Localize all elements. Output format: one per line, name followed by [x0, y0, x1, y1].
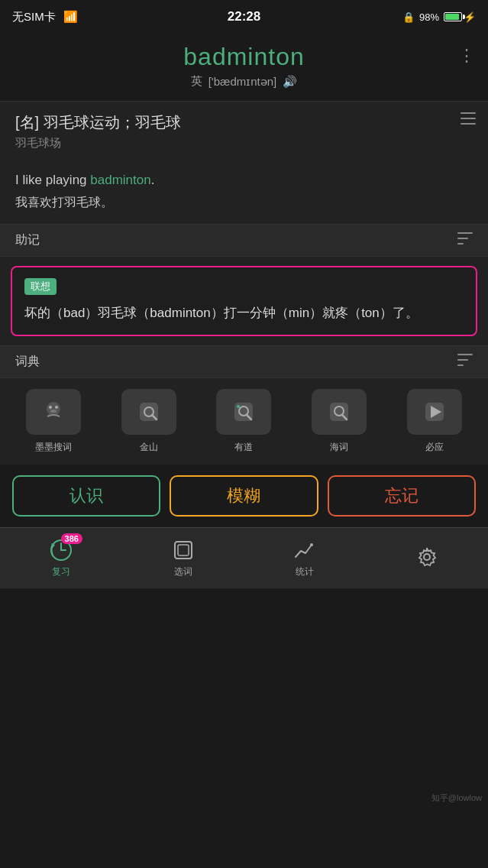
dict-grid: 墨墨搜词 金山 有道	[9, 389, 479, 454]
svg-point-11	[55, 406, 58, 409]
stats-label: 统计	[296, 565, 314, 578]
dictionary-section-header: 词典	[0, 345, 488, 378]
definition-menu-icon[interactable]	[461, 112, 476, 128]
action-buttons: 认识 模糊 忘记	[0, 465, 488, 527]
fuzzy-button[interactable]: 模糊	[170, 475, 318, 517]
svg-rect-6	[457, 354, 473, 355]
svg-rect-4	[457, 238, 468, 239]
dict-item-momo[interactable]: 墨墨搜词	[9, 389, 99, 454]
settings-icon	[415, 545, 439, 569]
dict-item-haici[interactable]: 海词	[295, 389, 384, 454]
nav-item-stats[interactable]: 统计	[244, 538, 367, 578]
dict-label-youdao: 有道	[234, 441, 253, 454]
dictionary-filter-icon[interactable]	[457, 354, 473, 370]
definition-section: [名] 羽毛球运动；羽毛球 羽毛球场	[0, 102, 488, 161]
dict-item-jinshan[interactable]: 金山	[105, 389, 194, 454]
mnemonic-filter-icon[interactable]	[457, 232, 473, 248]
stats-icon	[292, 538, 317, 562]
battery-area: 🔒 98% ⚡	[402, 11, 476, 23]
phonetic-label: 英	[191, 74, 202, 89]
battery-icon: ⚡	[444, 11, 476, 23]
word-menu-icon[interactable]: ⋮	[458, 46, 476, 66]
mnemonic-title: 助记	[15, 232, 40, 248]
svg-rect-1	[461, 118, 476, 119]
nav-item-selectword[interactable]: 选词	[122, 538, 244, 578]
example-section: I like playing badminton. 我喜欢打羽毛球。	[0, 161, 488, 224]
dictionary-title: 词典	[15, 354, 40, 370]
time-label: 22:28	[228, 9, 260, 24]
svg-point-9	[47, 402, 60, 416]
phonetic-text: ['bædmɪntən]	[208, 75, 277, 89]
recognize-button[interactable]: 认识	[12, 475, 160, 517]
word-phonetic: 英 ['bædmɪntən] 🔊	[15, 74, 473, 89]
dict-item-bing[interactable]: 必应	[389, 389, 479, 454]
example-cn: 我喜欢打羽毛球。	[15, 193, 473, 212]
selectword-label: 选词	[174, 565, 192, 578]
dict-icon-jinshan	[121, 389, 176, 435]
review-badge: 386	[61, 533, 82, 544]
svg-rect-3	[457, 232, 473, 234]
svg-point-10	[49, 406, 52, 409]
example-en-highlight: badminton	[90, 173, 150, 187]
sound-icon[interactable]: 🔊	[283, 75, 297, 89]
dict-label-jinshan: 金山	[140, 441, 158, 454]
svg-rect-8	[457, 364, 464, 366]
example-en-after: .	[151, 173, 155, 187]
dict-icon-youdao	[216, 389, 271, 435]
example-en-before: I like playing	[15, 173, 90, 187]
mnemonic-text: 坏的（bad）羽毛球（badminton）打一分钟（min）就疼（ton）了。	[24, 303, 464, 325]
definition-sub: 羽毛球场	[15, 136, 473, 151]
watermark: 知乎@lowlow	[431, 792, 482, 804]
lock-icon: 🔒	[402, 11, 415, 23]
svg-point-32	[424, 554, 430, 560]
dict-label-momo: 墨墨搜词	[35, 441, 72, 454]
dict-item-youdao[interactable]: 有道	[199, 389, 289, 454]
dict-icon-momo	[26, 389, 81, 435]
svg-point-12	[50, 410, 57, 413]
dict-icon-haici	[312, 389, 367, 435]
review-icon: 386	[49, 538, 73, 562]
dict-label-bing: 必应	[425, 441, 444, 454]
battery-pct: 98%	[419, 11, 439, 23]
svg-rect-30	[178, 545, 189, 555]
definition-text: [名] 羽毛球运动；羽毛球	[15, 112, 473, 133]
mnemonic-tag: 联想	[24, 278, 57, 295]
dict-icon-bing	[407, 389, 462, 435]
nav-item-settings[interactable]	[366, 545, 488, 572]
dictionary-section: 墨墨搜词 金山 有道	[0, 378, 488, 465]
review-label: 复习	[52, 565, 70, 578]
selectword-icon	[171, 538, 196, 562]
forget-button[interactable]: 忘记	[328, 475, 476, 517]
bottom-nav: 386 复习 选词 统计	[0, 527, 488, 588]
svg-rect-2	[461, 123, 476, 125]
svg-rect-5	[457, 243, 464, 245]
word-title: badminton	[15, 43, 473, 71]
mnemonic-section-header: 助记	[0, 224, 488, 257]
mnemonic-card: 联想 坏的（bad）羽毛球（badminton）打一分钟（min）就疼（ton）…	[11, 266, 477, 337]
status-bar: 无SIM卡 📶 22:28 🔒 98% ⚡	[0, 0, 488, 34]
dict-label-haici: 海词	[330, 441, 348, 454]
svg-point-19	[237, 405, 240, 408]
carrier-label: 无SIM卡 📶	[12, 10, 78, 24]
nav-item-review[interactable]: 386 复习	[0, 538, 122, 578]
example-en: I like playing badminton.	[15, 170, 473, 190]
svg-point-31	[310, 543, 313, 546]
mnemonic-section: 联想 坏的（bad）羽毛球（badminton）打一分钟（min）就疼（ton）…	[0, 257, 488, 346]
svg-rect-0	[461, 112, 476, 114]
word-header: badminton 英 ['bædmɪntən] 🔊 ⋮	[0, 34, 488, 101]
svg-rect-7	[457, 359, 468, 361]
